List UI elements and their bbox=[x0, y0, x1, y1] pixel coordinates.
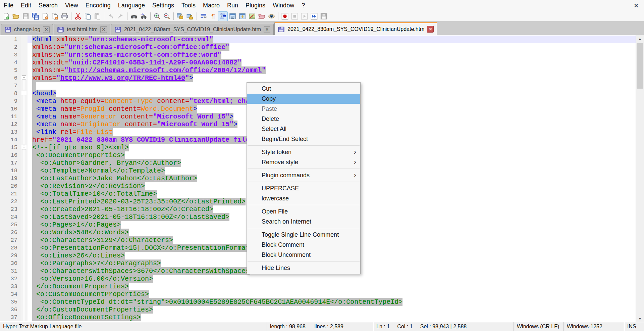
close-tab-icon[interactable]: ✕ bbox=[427, 26, 434, 33]
vertical-scrollbar[interactable]: ▲ ▼ bbox=[636, 35, 644, 322]
word-wrap-icon[interactable] bbox=[199, 11, 208, 21]
context-menu-item-remove-style[interactable]: Remove style› bbox=[247, 157, 360, 167]
tab-4-active[interactable]: 2021_0422_830am_SYS_COVID19_ClinicianUpd… bbox=[274, 22, 437, 35]
code-line-6[interactable]: 6xmlns="http://www.w3.org/TR/REC-html40"… bbox=[0, 74, 636, 82]
code-line-1[interactable]: 1<html xmlns:v="urn:schemas-microsoft-co… bbox=[0, 36, 636, 43]
context-menu-item-search-on-internet[interactable]: Search on Internet bbox=[247, 217, 360, 227]
menu-macro[interactable]: Macro bbox=[199, 0, 223, 11]
show-all-chars-icon[interactable]: ¶ bbox=[208, 11, 218, 21]
line-number: 9 bbox=[0, 97, 21, 105]
context-menu-item-style-token[interactable]: Style token› bbox=[247, 147, 360, 157]
context-menu-item-begin-end-select[interactable]: Begin/End Select bbox=[247, 134, 360, 144]
code-line-32[interactable]: 32 <o:Version>16.00</o:Version> bbox=[0, 275, 636, 283]
close-window-icon[interactable]: ✕ bbox=[628, 2, 644, 9]
code-text: xmlns:o="urn:schemas-microsoft-com:offic… bbox=[28, 43, 636, 51]
menu-language[interactable]: Language bbox=[114, 0, 149, 11]
doc-list-icon[interactable] bbox=[247, 11, 257, 21]
close-tab-icon[interactable]: ✕ bbox=[100, 26, 107, 33]
close-tab-icon[interactable]: ✕ bbox=[43, 26, 50, 33]
print-icon[interactable] bbox=[60, 11, 69, 21]
fold-collapse-icon[interactable] bbox=[21, 74, 28, 82]
context-menu-item-delete[interactable]: Delete bbox=[247, 114, 360, 124]
context-menu-item-block-comment[interactable]: Block Comment bbox=[247, 240, 360, 250]
menu-window[interactable]: Window bbox=[269, 0, 298, 11]
menu-help[interactable]: ? bbox=[298, 0, 309, 11]
macro-record-icon[interactable] bbox=[280, 11, 290, 21]
line-number: 14 bbox=[0, 136, 21, 144]
line-number: 15 bbox=[0, 144, 21, 151]
context-menu-item-lowercase[interactable]: lowercase bbox=[247, 193, 360, 203]
copy-icon[interactable] bbox=[83, 11, 93, 21]
close-tab-icon[interactable]: ✕ bbox=[264, 26, 270, 33]
fold-margin bbox=[21, 229, 28, 236]
menu-file[interactable]: File bbox=[0, 0, 17, 11]
fold-margin bbox=[21, 121, 28, 128]
find-icon[interactable] bbox=[129, 11, 139, 21]
tab-2[interactable]: test html.htm✕ bbox=[54, 24, 110, 35]
code-line-36[interactable]: 36 </o:CustomDocumentProperties> bbox=[0, 306, 636, 314]
context-menu-item-uppercase[interactable]: UPPERCASE bbox=[247, 183, 360, 193]
function-list-icon[interactable] bbox=[228, 11, 237, 21]
zoom-in-icon[interactable] bbox=[152, 11, 162, 21]
code-line-3[interactable]: 3xmlns:w="urn:schemas-microsoft-com:offi… bbox=[0, 51, 636, 59]
fold-margin bbox=[21, 213, 28, 221]
code-text: xmlns:dt="uuid:C2F41010-65B3-11d1-A29F-0… bbox=[28, 59, 636, 66]
sync-vertical-icon[interactable] bbox=[175, 11, 185, 21]
code-line-5[interactable]: 5xmlns:m="http://schemas.microsoft.com/o… bbox=[0, 66, 636, 74]
context-menu-label: lowercase bbox=[262, 195, 289, 202]
scroll-thumb[interactable] bbox=[637, 43, 643, 89]
menu-edit[interactable]: Edit bbox=[17, 0, 35, 11]
context-menu-separator bbox=[248, 145, 360, 146]
context-menu-separator bbox=[248, 169, 360, 169]
macro-run-multi-icon[interactable] bbox=[309, 11, 319, 21]
indent-guide-icon[interactable] bbox=[218, 11, 228, 21]
sync-horizontal-icon[interactable] bbox=[185, 11, 195, 21]
context-menu-item-block-uncomment[interactable]: Block Uncomment bbox=[247, 250, 360, 260]
fold-collapse-icon[interactable] bbox=[21, 144, 28, 151]
menu-search[interactable]: Search bbox=[35, 0, 61, 11]
context-menu-item-select-all[interactable]: Select All bbox=[247, 124, 360, 134]
code-line-35[interactable]: 35 <o:ContentTypeId dt:dt="string">0x010… bbox=[0, 298, 636, 306]
context-menu-item-cut[interactable]: Cut bbox=[247, 84, 360, 94]
code-line-37[interactable]: 37 <o:OfficeDocumentSettings> bbox=[0, 314, 636, 321]
scroll-up-icon[interactable]: ▲ bbox=[636, 35, 644, 42]
replace-icon[interactable]: ab bbox=[139, 11, 149, 21]
line-number: 27 bbox=[0, 236, 21, 244]
context-menu-item-hide-lines[interactable]: Hide Lines bbox=[247, 263, 360, 273]
code-line-4[interactable]: 4xmlns:dt="uuid:C2F41010-65B3-11d1-A29F-… bbox=[0, 59, 636, 66]
code-line-2[interactable]: 2xmlns:o="urn:schemas-microsoft-com:offi… bbox=[0, 43, 636, 51]
fold-collapse-icon[interactable] bbox=[21, 90, 28, 97]
scroll-down-icon[interactable]: ▼ bbox=[636, 315, 644, 322]
save-all-icon[interactable] bbox=[31, 11, 40, 21]
context-menu-item-copy[interactable]: Copy bbox=[247, 94, 360, 104]
fold-margin bbox=[21, 298, 28, 306]
menu-run[interactable]: Run bbox=[223, 0, 242, 11]
tab-1[interactable]: change.log✕ bbox=[1, 24, 53, 35]
context-menu-item-plugin-commands[interactable]: Plugin commands› bbox=[247, 170, 360, 180]
zoom-out-icon[interactable] bbox=[162, 11, 172, 21]
menu-plugins[interactable]: Plugins bbox=[242, 0, 269, 11]
folder-workspace-icon[interactable] bbox=[257, 11, 267, 21]
open-file-icon[interactable] bbox=[11, 11, 21, 21]
context-menu-item-open-file[interactable]: Open File bbox=[247, 206, 360, 217]
paste-icon bbox=[93, 11, 102, 21]
code-line-34[interactable]: 34 <o:CustomDocumentProperties> bbox=[0, 290, 636, 298]
tab-3[interactable]: 2021_0422_830am_SYS_COVID19_ClinicianUpd… bbox=[111, 24, 274, 35]
context-menu-item-toggle-single-line-comment[interactable]: Toggle Single Line Comment bbox=[247, 230, 360, 240]
line-number: 17 bbox=[0, 159, 21, 167]
close-file-icon[interactable] bbox=[40, 11, 50, 21]
menu-settings[interactable]: Settings bbox=[149, 0, 178, 11]
code-text: </o:CustomDocumentProperties> bbox=[28, 306, 636, 314]
new-file-icon[interactable] bbox=[1, 11, 11, 21]
menu-view[interactable]: View bbox=[61, 0, 82, 11]
monitoring-icon[interactable] bbox=[267, 11, 276, 21]
menu-items: FileEditSearchViewEncodingLanguageSettin… bbox=[0, 0, 309, 11]
menu-tools[interactable]: Tools bbox=[178, 0, 199, 11]
doc-map-icon[interactable] bbox=[237, 11, 247, 21]
menu-encoding[interactable]: Encoding bbox=[82, 0, 114, 11]
cut-icon[interactable] bbox=[73, 11, 83, 21]
close-all-icon[interactable] bbox=[50, 11, 60, 21]
line-number: 35 bbox=[0, 298, 21, 306]
code-line-33[interactable]: 33 </o:DocumentProperties> bbox=[0, 283, 636, 290]
fold-margin bbox=[21, 283, 28, 290]
